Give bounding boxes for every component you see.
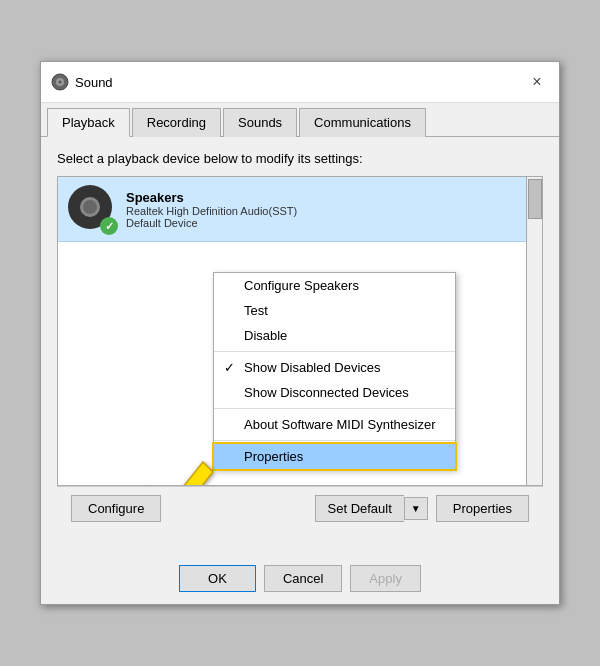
tab-bar: Playback Recording Sounds Communications [41, 103, 559, 137]
properties-button[interactable]: Properties [436, 495, 529, 522]
menu-item-properties[interactable]: Properties [214, 444, 455, 469]
context-menu: Configure Speakers Test Disable Show Dis… [213, 272, 456, 470]
sound-dialog: Sound × Playback Recording Sounds Commun… [40, 61, 560, 605]
tab-playback[interactable]: Playback [47, 108, 130, 137]
tab-recording[interactable]: Recording [132, 108, 221, 137]
arrow-annotation [118, 457, 228, 486]
apply-button[interactable]: Apply [350, 565, 421, 592]
bottom-buttons: Configure Set Default ▼ Properties [57, 486, 543, 530]
configure-button[interactable]: Configure [71, 495, 161, 522]
menu-item-about-midi[interactable]: About Software MIDI Synthesizer [214, 412, 455, 437]
menu-item-test[interactable]: Test [214, 298, 455, 323]
tab-communications[interactable]: Communications [299, 108, 426, 137]
menu-separator-2 [214, 408, 455, 409]
menu-item-configure-speakers[interactable]: Configure Speakers [214, 273, 455, 298]
tab-sounds[interactable]: Sounds [223, 108, 297, 137]
device-driver: Realtek High Definition Audio(SST) [126, 205, 297, 217]
device-name: Speakers [126, 190, 297, 205]
content-area: Select a playback device below to modify… [41, 137, 559, 557]
device-item-speakers[interactable]: ✓ Speakers Realtek High Definition Audio… [58, 177, 542, 242]
device-status: Default Device [126, 217, 297, 229]
device-info: Speakers Realtek High Definition Audio(S… [126, 190, 297, 229]
set-default-dropdown[interactable]: ▼ [404, 497, 428, 520]
menu-separator-1 [214, 351, 455, 352]
instruction-text: Select a playback device below to modify… [57, 151, 543, 166]
device-list[interactable]: ✓ Speakers Realtek High Definition Audio… [57, 176, 543, 486]
ok-button[interactable]: OK [179, 565, 256, 592]
menu-item-show-disconnected[interactable]: Show Disconnected Devices [214, 380, 455, 405]
set-default-button[interactable]: Set Default [315, 495, 404, 522]
right-buttons: Set Default ▼ Properties [315, 495, 529, 522]
svg-point-2 [59, 81, 62, 84]
menu-item-disable[interactable]: Disable [214, 323, 455, 348]
default-check-icon: ✓ [100, 217, 118, 235]
dialog-title: Sound [75, 75, 113, 90]
cancel-button[interactable]: Cancel [264, 565, 342, 592]
set-default-group: Set Default ▼ [315, 495, 428, 522]
scrollbar[interactable] [526, 177, 542, 485]
dialog-footer: OK Cancel Apply [41, 557, 559, 604]
arrow-icon [118, 457, 228, 486]
menu-item-show-disabled[interactable]: Show Disabled Devices [214, 355, 455, 380]
close-button[interactable]: × [525, 70, 549, 94]
title-bar: Sound × [41, 62, 559, 103]
scrollbar-thumb[interactable] [528, 179, 542, 219]
device-icon: ✓ [68, 185, 116, 233]
menu-separator-3 [214, 440, 455, 441]
svg-marker-3 [118, 462, 213, 486]
sound-icon [51, 73, 69, 91]
